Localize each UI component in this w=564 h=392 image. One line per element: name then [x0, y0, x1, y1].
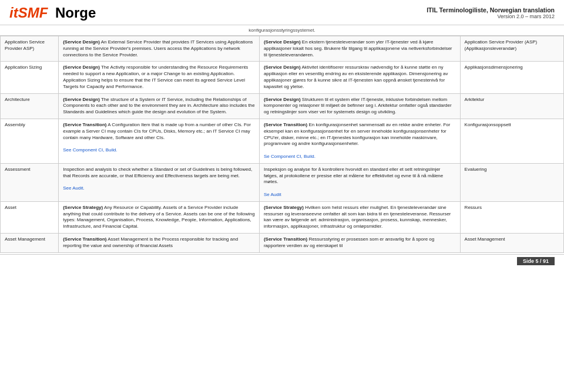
logo-it: it [9, 5, 18, 21]
cell-norwegian: (Service Design) En ekstern tjenesteleve… [259, 36, 460, 62]
page-number: Side 5 / 91 [517, 257, 555, 265]
table-row: Application Service Provider ASP)(Servic… [1, 36, 564, 62]
cell-english: (Service Design) The Activity responsibl… [59, 62, 260, 93]
cell-term: Architecture [1, 93, 59, 119]
table-row: Architecture(Service Design) The structu… [1, 93, 564, 119]
cell-translation: Arkitektur [460, 93, 563, 119]
cell-norwegian: Inspeksjon og analyse for å kontrollere … [259, 163, 460, 201]
table-row: Asset Management(Service Transition) Ass… [1, 233, 564, 252]
footer: Side 5 / 91 [0, 254, 564, 268]
cell-norwegian: (Service Design) Aktivitet identifiserer… [259, 62, 460, 93]
cell-term: Assessment [1, 163, 59, 201]
logo: itSMF Norge [9, 5, 96, 21]
cell-translation: Evaluering [460, 163, 563, 201]
sub-header: konfigurasjonsstyringssystemet. [0, 25, 564, 36]
table-row: Assembly(Service Transition) A Configura… [1, 119, 564, 163]
logo-norge: Norge [55, 5, 96, 21]
cell-translation: Applikasjonsdimensjonering [460, 62, 563, 93]
table-row: Asset(Service Strategy) Any Resource or … [1, 201, 564, 233]
cell-english: (Service Strategy) Any Resource or Capab… [59, 201, 260, 233]
cell-english: (Service Transition) Asset Management is… [59, 233, 260, 252]
cell-english: (Service Design) An External Service Pro… [59, 36, 260, 62]
cell-term: Asset Management [1, 233, 59, 252]
cell-english: (Service Transition) A Configuration Ite… [59, 119, 260, 163]
cell-term: Assembly [1, 119, 59, 163]
cell-norwegian: (Service Design) Strukturen til et syste… [259, 93, 460, 119]
header-title: ITIL Terminologiliste, Norwegian transla… [427, 6, 555, 13]
cell-translation: Asset Management [460, 233, 563, 252]
cell-translation: Application Service Provider (ASP) (Appl… [460, 36, 563, 62]
cell-norwegian: (Service Transition) Ressursstyring er p… [259, 233, 460, 252]
cell-term: Asset [1, 201, 59, 233]
table-row: Application Sizing(Service Design) The A… [1, 62, 564, 93]
cell-translation: Ressurs [460, 201, 563, 233]
header: itSMF Norge ITIL Terminologiliste, Norwe… [0, 0, 564, 25]
header-version: Version 2.0 – mars 2012 [427, 13, 555, 19]
table-row: AssessmentInspection and analysis to che… [1, 163, 564, 201]
logo-smf: SMF [18, 5, 48, 21]
cell-norwegian: (Service Transition) En konfigurasjonsen… [259, 119, 460, 163]
cell-english: Inspection and analysis to check whether… [59, 163, 260, 201]
main-table: Application Service Provider ASP)(Servic… [0, 36, 564, 253]
cell-term: Application Sizing [1, 62, 59, 93]
cell-norwegian: (Service Strategy) Hvilken som helst res… [259, 201, 460, 233]
cell-translation: Konfigurasjonsoppsett [460, 119, 563, 163]
cell-english: (Service Design) The structure of a Syst… [59, 93, 260, 119]
header-right: ITIL Terminologiliste, Norwegian transla… [427, 6, 555, 19]
cell-term: Application Service Provider ASP) [1, 36, 59, 62]
